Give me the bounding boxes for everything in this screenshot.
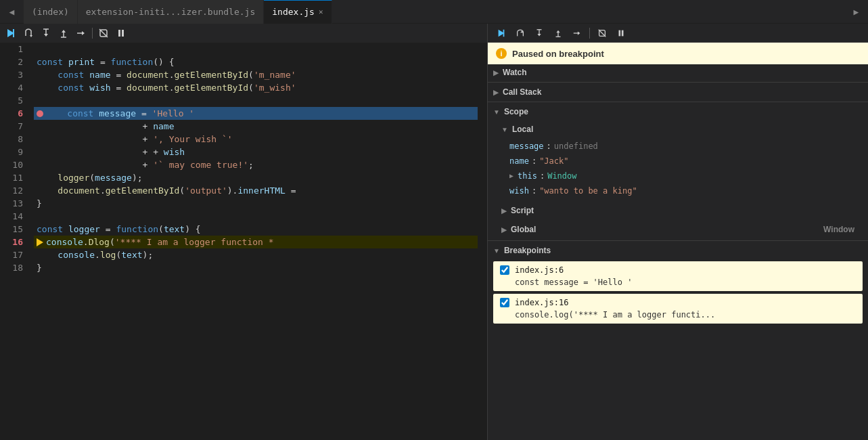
deactivate-button[interactable] [95, 25, 112, 41]
line-number-12: 12 [0, 184, 28, 197]
breakpoint-item-2: index.js:16 console.log('**** I am a log… [493, 294, 863, 324]
tab-close-button[interactable]: ✕ [319, 7, 323, 16]
breakpoint-dot-6 [37, 110, 43, 117]
call-stack-section-header[interactable]: ▶ Call Stack [488, 84, 868, 100]
divider-3 [488, 240, 868, 241]
scope-item-wish[interactable]: wish : "wanto to be a king" [509, 183, 868, 198]
step-right[interactable] [569, 25, 585, 41]
step-out-icon-right [553, 28, 563, 38]
code-line-5 [34, 94, 478, 107]
svg-rect-1 [13, 29, 14, 37]
debug-panel: i Paused on breakpoint ▶ Watch ▶ Call St… [487, 24, 868, 440]
deactivate-right[interactable] [594, 25, 610, 41]
code-content[interactable]: const print = function() { const name = … [34, 43, 478, 440]
svg-marker-4 [30, 35, 32, 37]
breakpoints-section-header[interactable]: ▼ Breakpoints [488, 242, 868, 259]
step-out-button[interactable] [55, 25, 72, 41]
line-number-7: 7 [0, 120, 28, 133]
code-line-10: + '` may come true!'; [34, 158, 478, 171]
step-icon-right [572, 28, 582, 38]
tab-index[interactable]: (index) [24, 0, 78, 24]
line-number-17: 17 [0, 248, 28, 261]
watch-chevron: ▶ [493, 69, 499, 76]
code-line-14 [34, 210, 478, 223]
line-number-15: 15 [0, 223, 28, 236]
divider-1 [488, 82, 868, 83]
code-line-7: + name [34, 120, 478, 133]
code-line-9: + + wish [34, 146, 478, 158]
scrollbar-track[interactable] [478, 43, 487, 440]
step-out-right[interactable] [550, 25, 566, 41]
sidebar-toggle-button[interactable]: ◀ [0, 0, 24, 24]
breakpoint-2-checkbox[interactable] [500, 298, 509, 307]
code-panel: 1 2 3 4 5 6 7 8 9 10 11 12 13 14 15 16 1… [0, 24, 487, 440]
watch-section-header[interactable]: ▶ Watch [488, 64, 868, 81]
step-into-right[interactable] [531, 25, 547, 41]
breakpoint-item-1: index.js:6 const message = 'Hello ' [493, 261, 863, 291]
tab-extension[interactable]: extension-initi...izer.bundle.js [78, 0, 264, 24]
scope-section-header[interactable]: ▼ Scope [488, 104, 868, 120]
tab-overflow-button[interactable]: ▶ [844, 0, 868, 24]
script-section-header[interactable]: ▶ Script [499, 202, 868, 219]
code-line-15: const logger = function(text) { [34, 223, 478, 236]
step-into-button[interactable] [38, 25, 54, 41]
scope-local-section: ▼ Local message : undefined name : "Jack… [488, 120, 868, 201]
svg-rect-32 [619, 30, 621, 36]
global-chevron: ▶ [501, 226, 507, 234]
tab-indexjs[interactable]: index.js ✕ [264, 0, 332, 24]
breakpoints-chevron: ▼ [493, 247, 500, 255]
scope-item-name[interactable]: name : "Jack" [509, 154, 868, 169]
script-label: Script [511, 206, 534, 215]
line-number-1: 1 [0, 43, 28, 56]
line-number-14: 14 [0, 210, 28, 223]
deactivate-icon-right [597, 28, 607, 38]
call-stack-chevron: ▶ [493, 89, 499, 96]
code-line-8: + ', Your wish `' [34, 133, 478, 146]
pause-icon-right [616, 28, 626, 38]
svg-marker-12 [82, 31, 85, 35]
breakpoints-label: Breakpoints [504, 246, 551, 255]
scope-chevron: ▼ [493, 108, 500, 116]
line-number-3: 3 [0, 68, 28, 81]
this-chevron: ▶ [509, 170, 513, 182]
step-over-icon [23, 28, 34, 39]
local-label: Local [512, 125, 533, 134]
global-label: Global [511, 225, 536, 234]
svg-marker-23 [537, 33, 541, 36]
breakpoint-1-checkbox[interactable] [500, 265, 509, 275]
toolbar-sep-2 [589, 28, 590, 39]
toolbar-separator [92, 28, 93, 39]
debug-sections[interactable]: ▶ Watch ▶ Call Stack ▼ Scope ▼ Local [488, 64, 868, 440]
deactivate-icon [98, 28, 109, 39]
step-over-icon-right [516, 28, 525, 38]
tab-bar: ◀ (index) extension-initi...izer.bundle.… [0, 0, 868, 24]
step-over-right[interactable] [512, 25, 528, 41]
svg-marker-6 [44, 34, 48, 37]
scope-script-section: ▶ Script [488, 201, 868, 220]
resume-button[interactable] [3, 25, 19, 41]
code-line-16: console.Dlog('**** I am a logger functio… [34, 236, 478, 248]
global-section-header[interactable]: ▶ Global Window [499, 221, 868, 238]
svg-marker-9 [62, 30, 66, 32]
line-number-18: 18 [0, 261, 28, 274]
pause-right[interactable] [613, 25, 629, 41]
line-number-6: 6 [0, 107, 28, 120]
line-number-16: 16 [0, 236, 28, 248]
breakpoint-1-header: index.js:6 [500, 265, 856, 275]
resume-icon [5, 28, 16, 39]
execution-arrow [37, 238, 43, 246]
resume-icon-right [497, 28, 506, 38]
code-line-2: const print = function() { [34, 56, 478, 68]
local-section-header[interactable]: ▼ Local [499, 121, 868, 137]
scope-item-this[interactable]: ▶ this : Window [509, 169, 868, 183]
svg-rect-15 [118, 30, 120, 37]
pause-button[interactable] [113, 25, 129, 41]
code-editor[interactable]: 1 2 3 4 5 6 7 8 9 10 11 12 13 14 15 16 1… [0, 43, 487, 440]
scope-item-message[interactable]: message : undefined [509, 139, 868, 154]
step-over-button[interactable] [20, 25, 37, 41]
resume-button-right[interactable] [493, 25, 509, 41]
step-button[interactable] [73, 25, 89, 41]
svg-rect-33 [622, 30, 624, 36]
global-value: Window [823, 225, 854, 234]
code-line-18: } [34, 261, 478, 274]
